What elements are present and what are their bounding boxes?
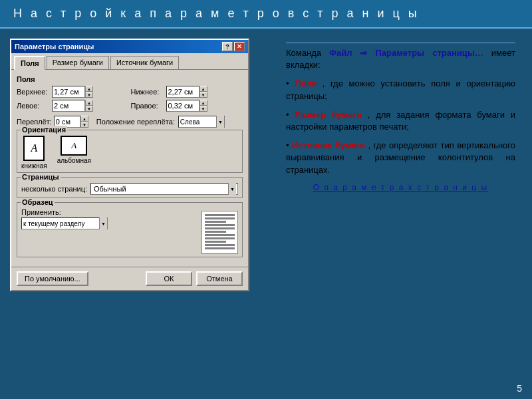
sample-left: Применить: к текущему разделу ▼	[21, 208, 196, 254]
apply-select-value: к текущему разделу	[22, 220, 99, 227]
right-field-row: Правое: ▲ ▼	[131, 100, 243, 112]
bullet-2-title: Размер бумаги	[295, 110, 362, 120]
text-content: Команда Файл ⇒ Параметры страницы… имеет…	[279, 35, 522, 374]
portrait-icon: A	[23, 136, 45, 161]
bottom-label: Нижнее:	[131, 88, 164, 96]
intro-paragraph: Команда Файл ⇒ Параметры страницы… имеет…	[286, 47, 515, 71]
intro-bold-text: Файл ⇒ Параметры страницы…	[329, 48, 483, 58]
right-input-group: ▲ ▼	[166, 100, 207, 112]
left-input-group: ▲ ▼	[52, 100, 93, 112]
left-spin-down[interactable]: ▼	[85, 106, 93, 112]
preview-line-11	[205, 247, 235, 249]
dialog-title-text: Параметры страницы	[15, 43, 94, 51]
page-params-link[interactable]: О п а р а м е т р а х с т р а н и ц ы	[286, 183, 515, 192]
landscape-option[interactable]: A альбомная	[57, 136, 91, 170]
close-button[interactable]: ✕	[234, 42, 245, 51]
orientation-section: Ориентация A книжная A альбомная	[17, 130, 243, 173]
bottom-spin-buttons: ▲ ▼	[200, 86, 207, 98]
dialog-tabs: Поля Размер бумаги Источник бумаги	[11, 53, 248, 69]
sample-preview	[201, 211, 238, 254]
fields-grid: Верхнее: ▲ ▼ Нижнее:	[17, 86, 243, 112]
top-input[interactable]	[52, 86, 85, 98]
bullet-dot-1: •	[286, 78, 295, 88]
dialog-titlebar: Параметры страницы ? ✕	[11, 40, 248, 53]
binding-pos-value: Слева	[179, 118, 216, 126]
ok-cancel-group: ОК Отмена	[146, 271, 243, 286]
preview-line-1	[205, 214, 235, 216]
left-input[interactable]	[52, 100, 85, 112]
bullet-dot-3: •	[286, 140, 292, 150]
bottom-spin-down[interactable]: ▼	[200, 92, 207, 98]
bottom-field-row: Нижнее: ▲ ▼	[131, 86, 243, 98]
intro-text-before: Команда	[286, 48, 329, 58]
pages-count-label: несколько страниц:	[21, 185, 88, 193]
binding-spin-up[interactable]: ▲	[80, 116, 88, 122]
bullet-1: • Поля , где можно установить поля и ори…	[286, 78, 515, 102]
main-content: Параметры страницы ? ✕ Поля Размер бумаг…	[0, 29, 532, 381]
top-spin-down[interactable]: ▼	[85, 92, 93, 98]
top-spin-buttons: ▲ ▼	[85, 86, 93, 98]
dialog-title-buttons: ? ✕	[222, 42, 245, 51]
bullet-1-title: Поля	[295, 78, 317, 88]
portrait-option[interactable]: A книжная	[21, 136, 47, 170]
right-spin-buttons: ▲ ▼	[200, 100, 207, 112]
pages-section: Страницы несколько страниц: Обычный ▼	[17, 177, 243, 198]
top-divider	[286, 43, 515, 43]
preview-line-8	[205, 237, 235, 239]
left-field-row: Левое: ▲ ▼	[17, 100, 129, 112]
slide-title: Н а с т р о й к а п а р а м е т р о в с …	[13, 7, 420, 20]
dialog-body: Поля Верхнее: ▲ ▼	[11, 69, 248, 267]
bottom-input[interactable]	[166, 86, 200, 98]
title-bar: Н а с т р о й к а п а р а м е т р о в с …	[0, 0, 532, 29]
binding-pos-select[interactable]: Слева ▼	[178, 116, 225, 128]
binding-pos-label: Положение переплёта:	[96, 118, 176, 126]
binding-pos-arrow[interactable]: ▼	[216, 116, 224, 128]
pages-legend: Страницы	[21, 173, 61, 181]
preview-line-9	[205, 241, 226, 243]
right-label: Правое:	[131, 102, 164, 110]
tab-paper-size[interactable]: Размер бумаги	[47, 56, 109, 69]
sample-section: Образец Применить: к текущему разделу ▼	[17, 202, 243, 257]
bullet-3: • Источник бумаги , где определяют тип в…	[286, 140, 515, 176]
preview-line-4	[205, 224, 235, 226]
tab-fields[interactable]: Поля	[14, 56, 45, 70]
pages-select-value: Обычный	[92, 185, 228, 193]
sample-legend: Образец	[21, 198, 55, 206]
dialog-window: Параметры страницы ? ✕ Поля Размер бумаг…	[10, 39, 249, 291]
right-input[interactable]	[166, 100, 200, 112]
portrait-label: книжная	[21, 162, 47, 170]
binding-spin-buttons: ▲ ▼	[80, 116, 88, 128]
pages-select[interactable]: Обычный ▼	[90, 183, 238, 195]
cancel-button[interactable]: Отмена	[196, 271, 243, 286]
top-label: Верхнее:	[17, 88, 50, 96]
ok-button[interactable]: ОК	[146, 271, 192, 286]
orientation-options: A книжная A альбомная	[21, 136, 238, 170]
right-spin-down[interactable]: ▼	[200, 106, 207, 112]
pages-select-arrow[interactable]: ▼	[228, 183, 236, 195]
tab-paper-source[interactable]: Источник бумаги	[110, 56, 179, 69]
binding-label: Переплёт:	[17, 118, 52, 126]
apply-select-arrow[interactable]: ▼	[99, 217, 107, 229]
right-spin-up[interactable]: ▲	[200, 100, 207, 106]
help-button[interactable]: ?	[222, 42, 233, 51]
bullet-2: • Размер бумаги , для задания формата бу…	[286, 109, 515, 133]
preview-line-7	[205, 234, 235, 236]
left-label: Левое:	[17, 102, 50, 110]
default-button[interactable]: По умолчанию...	[17, 271, 88, 286]
apply-row: Применить:	[21, 208, 196, 216]
top-field-row: Верхнее: ▲ ▼	[17, 86, 129, 98]
binding-spin-down[interactable]: ▼	[80, 122, 88, 128]
bottom-input-group: ▲ ▼	[166, 86, 207, 98]
preview-lines	[202, 211, 237, 252]
apply-select[interactable]: к текущему разделу ▼	[21, 217, 108, 229]
landscape-label: альбомная	[57, 157, 91, 164]
bottom-spin-up[interactable]: ▲	[200, 86, 207, 92]
top-spin-up[interactable]: ▲	[85, 86, 93, 92]
preview-line-3	[205, 221, 226, 223]
dialog-buttons: По умолчанию... ОК Отмена	[11, 267, 248, 290]
binding-right: Положение переплёта: Слева ▼	[96, 116, 225, 128]
preview-line-5	[205, 227, 235, 229]
landscape-icon: A	[61, 136, 87, 156]
bullet-1-text: , где можно установить поля и ориентацию…	[286, 78, 515, 100]
left-spin-up[interactable]: ▲	[85, 100, 93, 106]
